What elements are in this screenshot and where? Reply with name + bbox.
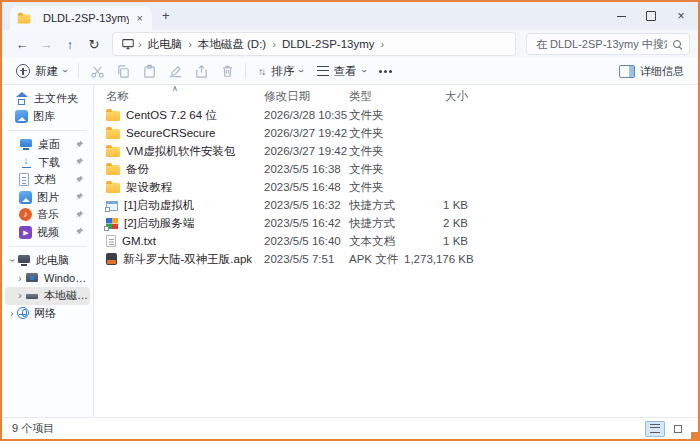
refresh-button[interactable]: ↻ [82, 33, 106, 55]
file-row[interactable]: 备份2023/5/5 16:38文件夹 [94, 160, 698, 178]
ellipsis-icon [384, 70, 387, 73]
forward-button[interactable]: → [34, 33, 58, 55]
file-row[interactable]: [2]启动服务端2023/5/5 16:42快捷方式2 KB [94, 214, 698, 232]
close-button[interactable]: × [666, 2, 696, 30]
status-bar: 9 个项目 [2, 417, 698, 439]
sidebar-item-pictures[interactable]: 图片 [5, 189, 90, 207]
cut-button[interactable] [85, 60, 109, 82]
minimize-button[interactable] [606, 2, 636, 30]
file-date-modified: 2023/5/5 16:42 [264, 217, 349, 229]
details-pane-toggle[interactable]: 详细信息 [613, 60, 690, 82]
pin-icon [75, 156, 84, 168]
address-bar[interactable]: ›此电脑›本地磁盘 (D:)›DLDL-2SP-13ymy› [112, 32, 516, 56]
sidebar: 主文件夹图库桌面下载文档图片音乐视频›此电脑›Windows (C:)›本地磁盘… [2, 85, 94, 417]
file-row[interactable]: GM.txt2023/5/5 16:40文本文档1 KB [94, 232, 698, 250]
file-row[interactable]: 新斗罗大陆-双神王版.apk2023/5/5 7:51APK 文件1,273,1… [94, 250, 698, 268]
new-tab-button[interactable]: + [162, 8, 170, 25]
file-row[interactable]: [1]启动虚拟机2023/5/5 16:32快捷方式1 KB [94, 196, 698, 214]
sidebar-item-network[interactable]: ›网络 [5, 305, 90, 323]
copy-icon [116, 64, 131, 79]
file-date-modified: 2026/3/27 19:42 [264, 145, 349, 157]
sidebar-item-downloads[interactable]: 下载 [5, 154, 90, 172]
file-name: GM.txt [122, 235, 156, 247]
file-name-cell: GM.txt [106, 235, 264, 247]
chevron-down-icon[interactable]: › [7, 256, 18, 266]
sidebar-divider [8, 130, 87, 131]
sidebar-item-videos[interactable]: 视频 [5, 224, 90, 242]
file-name: SecureCRSecure [126, 127, 215, 139]
trash-icon [220, 64, 235, 79]
window-controls: × [606, 2, 696, 30]
details-view-icon [650, 424, 660, 433]
file-row[interactable]: 架设教程2023/5/5 16:48文件夹 [94, 178, 698, 196]
file-size: 1 KB [404, 235, 468, 247]
file-size: 1,273,176 KB [404, 253, 468, 265]
file-date-modified: 2023/5/5 16:48 [264, 181, 349, 193]
sidebar-item-this-pc[interactable]: ›此电脑 [5, 252, 90, 270]
breadcrumb-segment[interactable]: DLDL-2SP-13ymy [277, 38, 380, 50]
sidebar-item-label: 图片 [37, 190, 59, 205]
file-row[interactable]: VM虚拟机软件安装包2026/3/27 19:42文件夹 [94, 142, 698, 160]
up-button[interactable]: ↑ [58, 33, 82, 55]
column-headers: ∧ 名称 修改日期 类型 大小 [94, 85, 698, 106]
sidebar-item-label: 音乐 [37, 207, 59, 222]
maximize-button[interactable] [636, 2, 666, 30]
back-button[interactable]: ← [10, 33, 34, 55]
file-row[interactable]: SecureCRSecure2026/3/27 19:42文件夹 [94, 124, 698, 142]
new-button[interactable]: 新建 › [10, 60, 72, 82]
paste-icon [142, 64, 157, 79]
chevron-right-icon[interactable]: › [15, 273, 25, 284]
view-button[interactable]: 查看 › [311, 60, 371, 82]
item-count: 9 个项目 [12, 421, 54, 436]
sort-icon: ↑↓ [258, 66, 264, 77]
large-icons-view-button[interactable] [668, 421, 688, 437]
chevron-right-icon[interactable]: › [7, 308, 17, 319]
sidebar-item-home[interactable]: 主文件夹 [5, 90, 90, 108]
sidebar-item-documents[interactable]: 文档 [5, 171, 90, 189]
sidebar-item-label: 本地磁盘 (D:) [44, 288, 90, 303]
resize-grip[interactable] [691, 432, 698, 439]
breadcrumb: ›此电脑›本地磁盘 (D:)›DLDL-2SP-13ymy› [137, 37, 385, 52]
sidebar-item-desktop[interactable]: 桌面 [5, 136, 90, 154]
chevron-down-icon: › [60, 69, 70, 72]
share-button[interactable] [189, 60, 213, 82]
sidebar-divider [8, 246, 87, 247]
new-button-label: 新建 [35, 64, 58, 79]
view-button-label: 查看 [334, 64, 357, 79]
file-name-cell: [1]启动虚拟机 [106, 198, 264, 213]
sort-button[interactable]: ↑↓ 排序 › [252, 60, 308, 82]
chevron-right-icon[interactable]: › [15, 290, 25, 301]
see-more-button[interactable] [373, 60, 397, 82]
delete-button[interactable] [215, 60, 239, 82]
sidebar-item-label: 桌面 [38, 137, 60, 152]
pin-icon [75, 226, 84, 238]
search-icon[interactable] [673, 40, 682, 49]
column-header-name[interactable]: 名称 [106, 89, 264, 104]
details-pane-icon [619, 65, 635, 78]
file-name-cell: 新斗罗大陆-双神王版.apk [106, 252, 264, 267]
videos-icon [19, 226, 32, 239]
rename-button[interactable] [163, 60, 187, 82]
sidebar-item-gallery[interactable]: 图库 [5, 108, 90, 126]
sidebar-item-local-disk-d[interactable]: ›本地磁盘 (D:) [5, 287, 90, 305]
details-view-button[interactable] [645, 421, 665, 437]
computer-icon [121, 37, 135, 51]
copy-button[interactable] [111, 60, 135, 82]
column-header-type[interactable]: 类型 [349, 89, 404, 104]
titlebar: DLDL-2SP-13ymy × + × [2, 2, 698, 30]
breadcrumb-segment[interactable]: 本地磁盘 (D:) [193, 37, 271, 52]
home-icon [15, 92, 29, 106]
search-input[interactable] [534, 37, 669, 51]
tab-title: DLDL-2SP-13ymy [43, 12, 129, 24]
column-header-size[interactable]: 大小 [404, 89, 468, 104]
tab-close-icon[interactable]: × [135, 12, 145, 24]
paste-button[interactable] [137, 60, 161, 82]
breadcrumb-segment[interactable]: 此电脑 [143, 37, 188, 52]
file-row[interactable]: CentOS 7.2 64 位2026/3/28 10:35文件夹 [94, 106, 698, 124]
file-type: 文件夹 [349, 180, 404, 195]
explorer-tab[interactable]: DLDL-2SP-13ymy × [10, 6, 152, 30]
file-type: 快捷方式 [349, 216, 404, 231]
sidebar-item-windows-c[interactable]: ›Windows (C:) [5, 270, 90, 288]
column-header-date-modified[interactable]: 修改日期 [264, 89, 349, 104]
sidebar-item-music[interactable]: 音乐 [5, 206, 90, 224]
